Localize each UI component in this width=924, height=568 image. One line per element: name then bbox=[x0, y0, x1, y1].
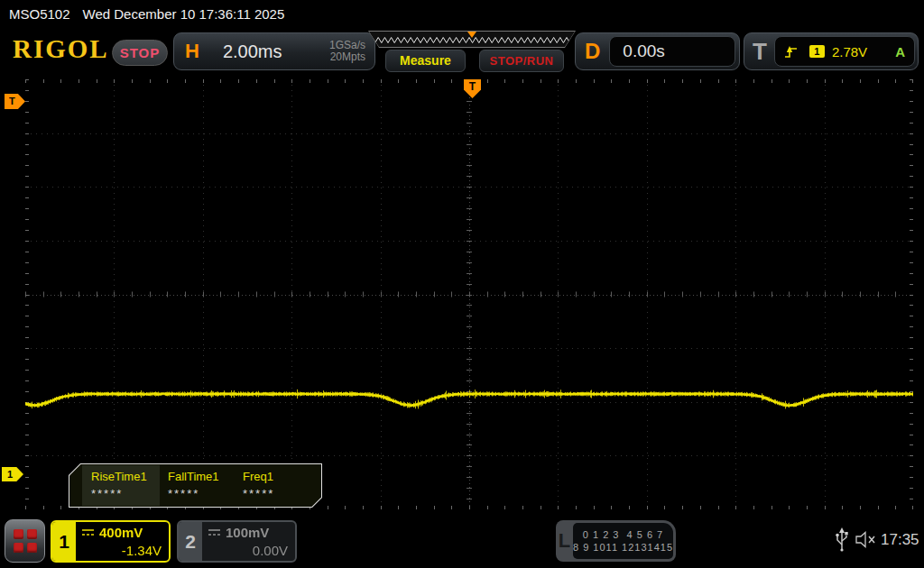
channel1-box[interactable]: 1 400mV -1.34V bbox=[51, 520, 171, 563]
channel1-offset: -1.34V bbox=[81, 543, 162, 558]
trigger-label: T bbox=[753, 38, 767, 66]
channel1-ground-marker[interactable]: 1 bbox=[2, 467, 23, 481]
measurement-results-inner: RiseTime1 ***** FallTime1 ***** Freq1 **… bbox=[69, 464, 321, 507]
logic-row-2: 8 9 1011 12131415 bbox=[573, 541, 673, 554]
delay-value: 0.00s bbox=[609, 36, 735, 67]
quick-menu-button[interactable] bbox=[5, 519, 45, 563]
trigger-settings-button[interactable]: T 1 2.78V A bbox=[744, 32, 919, 70]
channel1-content: 400mV -1.34V bbox=[76, 522, 169, 561]
model-name: MSO5102 bbox=[9, 6, 70, 22]
logic-label: L bbox=[556, 529, 573, 553]
sample-rate-memdepth: 1GSa/s 20Mpts bbox=[329, 40, 365, 63]
titlebar: MSO5102Wed December 10 17:36:11 2025 bbox=[9, 4, 284, 25]
timebase-value: 2.00ms bbox=[223, 41, 282, 62]
channel1-tab[interactable]: 1 bbox=[52, 522, 76, 561]
horizontal-settings-button[interactable]: H 2.00ms 1GSa/s 20Mpts bbox=[173, 32, 375, 70]
measurement-label: Freq1 bbox=[243, 470, 319, 483]
graticule bbox=[25, 79, 913, 509]
measurement-value: ***** bbox=[243, 487, 319, 500]
channel2-box[interactable]: 2 100mV 0.00V bbox=[177, 520, 297, 563]
measurement-label: RiseTime1 bbox=[91, 470, 167, 483]
channel2-offset: 0.00V bbox=[208, 543, 288, 558]
sound-muted-icon bbox=[855, 531, 877, 548]
rigol-logo: RIGOL bbox=[13, 34, 109, 64]
channel2-content: 100mV 0.00V bbox=[202, 522, 295, 561]
measurement-item[interactable]: Freq1 ***** bbox=[243, 470, 319, 500]
measurement-value: ***** bbox=[91, 487, 167, 500]
menu-grid-icon bbox=[14, 529, 37, 553]
dc-coupling-icon bbox=[81, 528, 95, 537]
oscilloscope-screen: MSO5102Wed December 10 17:36:11 2025 RIG… bbox=[0, 0, 924, 568]
mem-depth: 20Mpts bbox=[330, 50, 365, 63]
stop-run-button[interactable]: STOP/RUN bbox=[479, 50, 564, 72]
horizontal-label: H bbox=[185, 40, 199, 63]
channel1-scale: 400mV bbox=[99, 525, 143, 540]
logic-channel-numbers: 0 1 2 3 4 5 6 7 8 9 1011 12131415 bbox=[573, 523, 673, 559]
trigger-level-marker[interactable]: T bbox=[5, 94, 25, 109]
channel2-tab[interactable]: 2 bbox=[179, 522, 202, 561]
clock: 17:35 bbox=[881, 531, 919, 549]
measurement-results-box[interactable]: RiseTime1 ***** FallTime1 ***** Freq1 **… bbox=[69, 463, 322, 508]
trigger-slope-icon bbox=[784, 45, 799, 59]
logic-row-1: 0 1 2 3 4 5 6 7 bbox=[573, 528, 673, 541]
run-state-indicator: STOP bbox=[112, 40, 168, 66]
channel1-waveform bbox=[25, 79, 913, 509]
measure-button[interactable]: Measure bbox=[385, 50, 466, 72]
logic-channels-box[interactable]: L 0 1 2 3 4 5 6 7 8 9 1011 12131415 bbox=[556, 520, 676, 562]
trigger-value-box: 1 2.78V A bbox=[774, 36, 915, 67]
measurement-item[interactable]: RiseTime1 ***** bbox=[91, 470, 167, 500]
measurement-value: ***** bbox=[168, 487, 244, 500]
measurement-label: FallTime1 bbox=[168, 470, 244, 483]
delay-settings-button[interactable]: D 0.00s bbox=[575, 32, 740, 70]
trigger-source-badge: 1 bbox=[809, 45, 825, 58]
overview-position-icon bbox=[467, 32, 476, 38]
trigger-mode: A bbox=[895, 44, 905, 60]
trigger-level-value: 2.78V bbox=[832, 44, 867, 60]
delay-label: D bbox=[585, 39, 600, 64]
waveform-overview-strip[interactable] bbox=[368, 31, 576, 48]
datetime: Wed December 10 17:36:11 2025 bbox=[83, 6, 285, 22]
channel2-scale: 100mV bbox=[226, 525, 269, 540]
dc-coupling-icon bbox=[208, 528, 221, 537]
sample-rate: 1GSa/s bbox=[329, 39, 365, 51]
measurement-item[interactable]: FallTime1 ***** bbox=[168, 470, 244, 500]
usb-icon bbox=[835, 527, 850, 552]
